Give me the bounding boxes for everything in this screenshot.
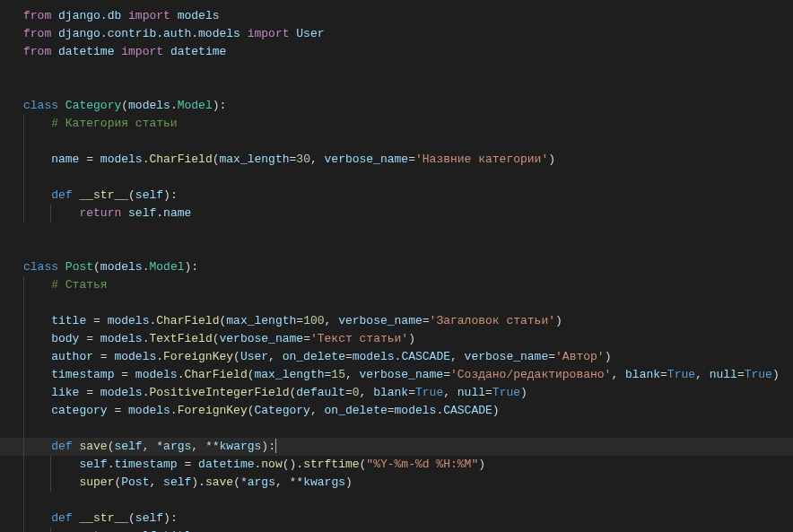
code-line[interactable] — [0, 420, 793, 438]
code-line[interactable]: return self.title — [0, 528, 793, 532]
param: kwargs — [303, 475, 345, 489]
param: self — [135, 188, 163, 202]
module: django.contrib.auth.models — [58, 27, 240, 40]
code-line[interactable]: # Категория статьи — [0, 115, 793, 133]
code-line[interactable]: class Post(models.Model): — [0, 258, 793, 276]
identifier: models — [100, 260, 143, 274]
code-line[interactable]: name = models.CharField(max_length=30, v… — [0, 151, 793, 169]
code-line[interactable]: author = models.ForeignKey(User, on_dele… — [0, 348, 793, 366]
code-line[interactable] — [0, 294, 793, 312]
variable: category — [51, 404, 107, 417]
identifier: self — [163, 475, 191, 489]
identifier: self — [128, 206, 156, 220]
variable: title — [51, 314, 86, 327]
identifier: models — [100, 332, 143, 345]
identifier: models — [135, 368, 178, 381]
param: blank — [373, 386, 408, 399]
function: CharField — [149, 153, 212, 166]
function: PositiveIntegerField — [149, 386, 289, 399]
identifier: models — [178, 9, 220, 22]
param: args — [163, 440, 191, 453]
param: blank — [625, 368, 660, 381]
attribute: name — [163, 206, 191, 220]
identifier: models — [114, 350, 156, 363]
keyword: import — [121, 45, 163, 58]
variable: timestamp — [51, 368, 114, 381]
code-line[interactable]: from django.contrib.auth.models import U… — [0, 25, 793, 43]
function: ForeignKey — [178, 404, 248, 417]
keyword: def — [51, 511, 72, 525]
code-line[interactable] — [0, 79, 793, 97]
code-editor[interactable]: from django.db import models from django… — [0, 7, 793, 532]
function: super — [79, 475, 114, 489]
code-line[interactable] — [0, 492, 793, 510]
identifier: models — [108, 314, 150, 327]
class-name: Post — [65, 260, 93, 274]
code-line[interactable]: def __str__(self): — [0, 187, 793, 205]
identifier: models — [128, 99, 170, 112]
module: django.db — [58, 9, 121, 22]
param: verbose_name — [338, 314, 423, 327]
param: null — [458, 386, 485, 399]
code-line[interactable] — [0, 169, 793, 187]
code-line[interactable]: self.timestamp = datetime.now().strftime… — [0, 456, 793, 474]
function: now — [261, 458, 282, 471]
keyword: class — [23, 260, 58, 274]
identifier: User — [296, 27, 324, 40]
function: save — [79, 440, 107, 453]
code-line[interactable]: class Category(models.Model): — [0, 97, 793, 115]
constant: True — [492, 386, 520, 399]
code-line[interactable] — [0, 133, 793, 151]
cursor-icon — [275, 439, 276, 453]
class-name: Model — [149, 260, 184, 274]
code-line[interactable] — [0, 61, 793, 79]
keyword: import — [128, 9, 170, 22]
function: ForeignKey — [163, 350, 233, 363]
code-line-current[interactable]: def save(self, *args, **kwargs): — [0, 438, 793, 456]
string: 'Автор' — [555, 350, 605, 363]
identifier: Post — [121, 475, 149, 489]
variable: author — [51, 350, 93, 363]
string: 'Назвние категории' — [415, 153, 548, 166]
class-name: Model — [178, 99, 213, 112]
code-line[interactable]: # Статья — [0, 276, 793, 294]
code-line[interactable] — [0, 240, 793, 258]
code-line[interactable]: title = models.CharField(max_length=100,… — [0, 312, 793, 330]
comment: # Категория статьи — [51, 117, 177, 130]
identifier: datetime — [198, 458, 254, 471]
keyword: from — [23, 27, 51, 40]
code-line[interactable] — [0, 222, 793, 240]
keyword: class — [23, 99, 58, 112]
identifier: User — [240, 350, 268, 363]
param: args — [248, 475, 275, 489]
code-line[interactable]: category = models.ForeignKey(Category, o… — [0, 402, 793, 420]
param: on_delete — [283, 350, 345, 363]
code-line[interactable]: return self.name — [0, 205, 793, 222]
param: verbose_name — [360, 368, 444, 381]
function: __str__ — [79, 188, 128, 202]
code-line[interactable]: def __str__(self): — [0, 510, 793, 528]
param: kwargs — [220, 440, 262, 453]
comment: # Статья — [51, 278, 107, 292]
function: save — [205, 475, 233, 489]
param: max_length — [226, 314, 296, 327]
param: on_delete — [325, 404, 388, 417]
function: CharField — [184, 368, 247, 381]
identifier: models — [128, 404, 170, 417]
keyword: return — [79, 206, 121, 220]
code-line[interactable]: from datetime import datetime — [0, 43, 793, 61]
code-line[interactable]: from django.db import models — [0, 7, 793, 25]
class-name: Category — [65, 99, 121, 112]
code-line[interactable]: like = models.PositiveIntegerField(defau… — [0, 384, 793, 402]
code-line[interactable]: timestamp = models.CharField(max_length=… — [0, 366, 793, 384]
number: 0 — [353, 386, 360, 399]
identifier: self — [79, 458, 107, 471]
param: verbose_name — [465, 350, 549, 363]
variable: body — [51, 332, 79, 345]
code-line[interactable]: body = models.TextField(verbose_name='Те… — [0, 330, 793, 348]
code-line[interactable]: super(Post, self).save(*args, **kwargs) — [0, 474, 793, 492]
number: 15 — [331, 368, 345, 381]
constant: True — [415, 386, 443, 399]
string: 'Создано/редактировано' — [450, 368, 611, 381]
string: 'Загаловок статьи' — [430, 314, 555, 327]
